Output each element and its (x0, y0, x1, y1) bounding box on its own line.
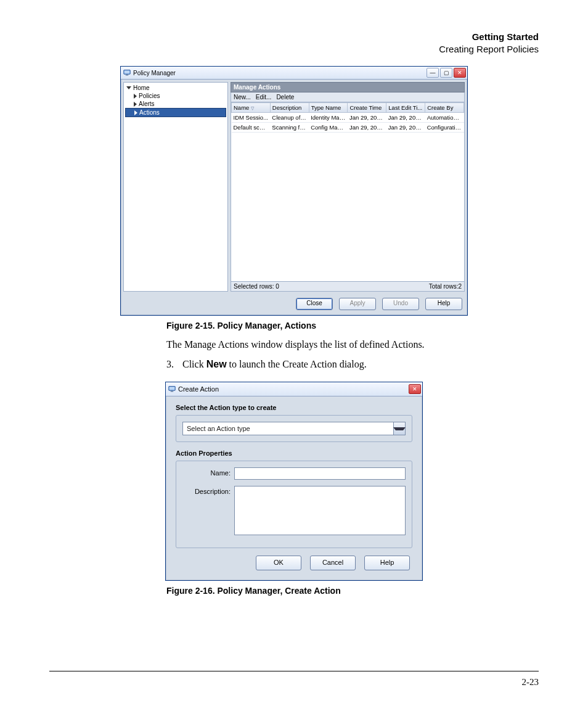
create-action-dialog: Create Action ✕ Select the Action type t… (165, 382, 423, 581)
tree-actions[interactable]: Actions (125, 108, 226, 117)
step-3: 3. Click New to launch the Create Action… (166, 358, 489, 371)
svg-rect-5 (171, 391, 174, 392)
body-paragraph: The Manage Actions window displays the l… (166, 338, 489, 351)
chevron-down-icon (126, 86, 131, 89)
nav-tree: Home Policies Alerts Actions (123, 82, 228, 292)
cancel-button[interactable]: Cancel (310, 556, 356, 570)
tree-policies[interactable]: Policies (125, 92, 226, 100)
tree-home[interactable]: Home (125, 84, 226, 92)
figure-caption-15: Figure 2-15. Policy Manager, Actions (166, 321, 422, 330)
description-label: Description: (182, 486, 231, 495)
combo-text: Select an Action type (183, 425, 393, 432)
status-bar: Selected rows: 0 Total rows:2 (231, 282, 465, 292)
footer-rule (49, 671, 539, 671)
toolbar-new[interactable]: New... (234, 94, 251, 101)
select-type-heading: Select the Action type to create (176, 404, 412, 411)
col-name[interactable]: Name ▽ (232, 103, 271, 113)
action-type-select[interactable]: Select an Action type (182, 422, 406, 435)
step-number: 3. (166, 358, 175, 371)
tree-label: Actions (139, 109, 160, 116)
maximize-button[interactable]: ▢ (440, 68, 452, 78)
page-number: 2-23 (522, 677, 539, 688)
actions-grid[interactable]: Name ▽ Description Type Name Create Time… (231, 102, 465, 282)
tree-label: Policies (139, 92, 160, 99)
selected-count: Selected rows: 0 (234, 283, 279, 290)
description-input[interactable] (234, 486, 406, 535)
monitor-icon (123, 69, 131, 76)
dialog-titlebar[interactable]: Create Action ✕ (166, 382, 422, 396)
name-label: Name: (182, 467, 231, 477)
svg-rect-1 (125, 70, 130, 73)
tree-label: Home (133, 84, 150, 91)
tree-alerts[interactable]: Alerts (125, 100, 226, 108)
figure-caption-16: Figure 2-16. Policy Manager, Create Acti… (166, 586, 422, 596)
toolbar-edit[interactable]: Edit... (256, 94, 272, 101)
col-description[interactable]: Description (270, 103, 309, 113)
table-row[interactable]: IDM Sessio... Cleanup of i... Identity M… (232, 113, 464, 123)
apply-button[interactable]: Apply (339, 298, 376, 310)
dropdown-button[interactable] (393, 422, 405, 435)
monitor-icon (168, 385, 176, 393)
chevron-down-icon (393, 427, 406, 430)
dialog-title-text: Create Action (178, 385, 406, 393)
page-header: Getting Started Creating Report Policies (49, 31, 539, 55)
window-titlebar[interactable]: Policy Manager — ▢ ✕ (121, 67, 467, 80)
properties-group: Name: Description: (176, 461, 412, 548)
chevron-right-icon (134, 110, 137, 115)
total-count: Total rows:2 (429, 283, 462, 290)
svg-rect-4 (169, 387, 175, 390)
help-button[interactable]: Help (364, 556, 410, 570)
col-create-time[interactable]: Create Time (348, 103, 386, 113)
col-last-edit[interactable]: Last Edit Ti... (386, 103, 425, 113)
toolbar-delete[interactable]: Delete (276, 94, 294, 101)
header-bold: Getting Started (49, 31, 539, 43)
close-button[interactable]: ✕ (454, 68, 466, 78)
svg-rect-2 (126, 75, 129, 76)
policy-manager-window: Policy Manager — ▢ ✕ Home Policies Al (120, 66, 468, 316)
action-properties-heading: Action Properties (176, 449, 412, 457)
help-button[interactable]: Help (425, 298, 462, 310)
ok-button[interactable]: OK (256, 556, 301, 570)
minimize-button[interactable]: — (427, 68, 439, 78)
type-group: Select an Action type (176, 415, 412, 442)
chevron-right-icon (134, 102, 137, 107)
col-type[interactable]: Type Name (309, 103, 348, 113)
section-title: Manage Actions (231, 82, 465, 92)
chevron-right-icon (134, 94, 137, 99)
sort-indicator-icon: ▽ (251, 106, 254, 110)
close-button[interactable]: Close (296, 298, 333, 310)
window-title-text: Policy Manager (133, 70, 424, 76)
toolbar: New... Edit... Delete (231, 92, 465, 102)
step-text: Click New to launch the Create Action di… (182, 358, 367, 371)
tree-label: Alerts (139, 101, 155, 107)
col-create-by[interactable]: Create By (425, 103, 464, 113)
header-sub: Creating Report Policies (49, 43, 539, 55)
undo-button[interactable]: Undo (382, 298, 419, 310)
close-button[interactable]: ✕ (409, 384, 421, 394)
name-input[interactable] (234, 467, 406, 480)
table-row[interactable]: Default scan... Scanning for... Config M… (232, 123, 464, 133)
